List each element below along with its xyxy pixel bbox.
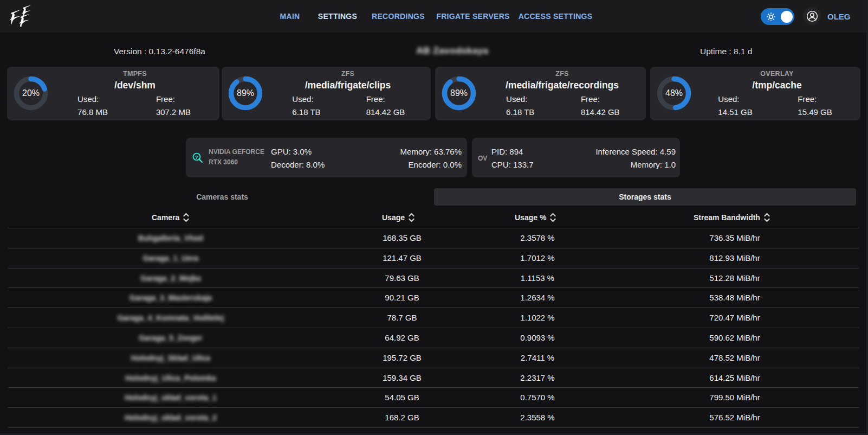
- svg-text:?: ?: [195, 154, 198, 160]
